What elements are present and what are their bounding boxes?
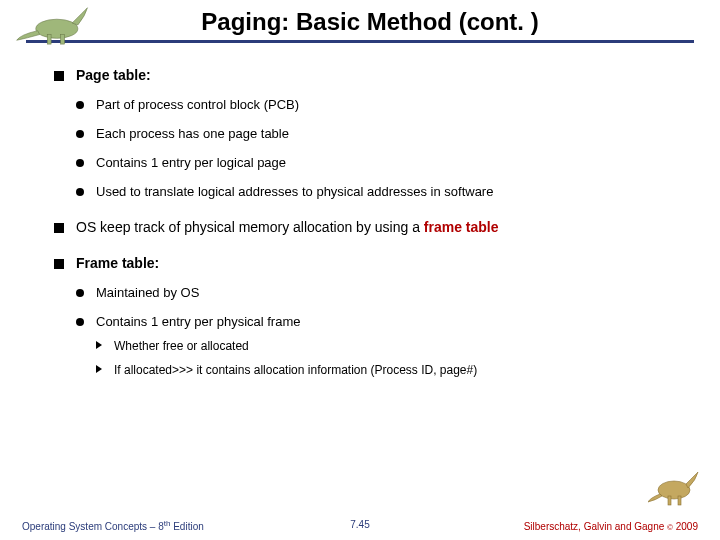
list-item: Contains 1 entry per physical frame Whet… [76, 314, 680, 377]
bullet-label: Page table: [76, 67, 151, 83]
svg-rect-4 [668, 496, 671, 505]
bullet-list-level3: Whether free or allocated If allocated>>… [96, 339, 680, 377]
bullet-page-table: Page table: Part of process control bloc… [54, 67, 680, 199]
footer-left: Operating System Concepts – 8th Edition [22, 519, 204, 532]
list-item: Used to translate logical addresses to p… [76, 184, 680, 199]
slide: Paging: Basic Method (cont. ) Page table… [0, 0, 720, 540]
svg-rect-1 [47, 35, 51, 45]
list-item: Contains 1 entry per logical page [76, 155, 680, 170]
svg-point-3 [658, 481, 690, 499]
list-item: Each process has one page table [76, 126, 680, 141]
bullet-text-highlight: frame table [424, 219, 499, 235]
bullet-frame-table: Frame table: Maintained by OS Contains 1… [54, 255, 680, 377]
title-underline [26, 40, 694, 43]
dinosaur-top-icon [14, 2, 92, 46]
footer-left-prefix: Operating System Concepts – 8 [22, 521, 164, 532]
footer-left-suffix: Edition [170, 521, 203, 532]
bullet-list-level2: Maintained by OS Contains 1 entry per ph… [76, 285, 680, 377]
bullet-os-track: OS keep track of physical memory allocat… [54, 219, 680, 235]
slide-header: Paging: Basic Method (cont. ) [0, 0, 720, 43]
footer-right-year: 2009 [673, 521, 698, 532]
svg-point-0 [36, 19, 78, 38]
bullet-list-level2: Part of process control block (PCB) Each… [76, 97, 680, 199]
footer-right-prefix: Silberschatz, Galvin and Gagne [524, 521, 667, 532]
svg-rect-5 [678, 496, 681, 505]
list-item: If allocated>>> it contains allocation i… [96, 363, 680, 377]
bullet-text-prefix: OS keep track of physical memory allocat… [76, 219, 424, 235]
slide-content: Page table: Part of process control bloc… [0, 43, 720, 377]
list-item-label: Contains 1 entry per physical frame [96, 314, 300, 329]
list-item: Part of process control block (PCB) [76, 97, 680, 112]
svg-rect-2 [61, 35, 65, 45]
bullet-list-level1: Page table: Part of process control bloc… [54, 67, 680, 377]
bullet-label: Frame table: [76, 255, 159, 271]
footer-right: Silberschatz, Galvin and Gagne © 2009 [524, 521, 698, 532]
dinosaur-bottom-icon [648, 468, 700, 508]
slide-footer: Operating System Concepts – 8th Edition … [0, 519, 720, 532]
list-item: Maintained by OS [76, 285, 680, 300]
footer-center: 7.45 [350, 519, 369, 530]
list-item: Whether free or allocated [96, 339, 680, 353]
slide-title: Paging: Basic Method (cont. ) [40, 8, 700, 36]
